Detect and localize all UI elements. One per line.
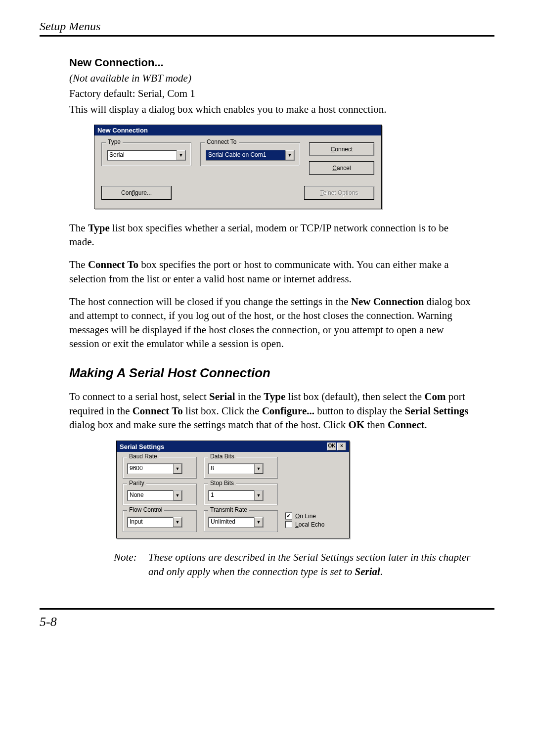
on-line-checkbox[interactable]: ✔ On Line bbox=[285, 512, 343, 520]
parity-value: None bbox=[128, 490, 173, 500]
flow-control-value: Input bbox=[128, 517, 173, 527]
chevron-down-icon[interactable]: ▼ bbox=[177, 150, 185, 160]
baud-rate-group: Baud Rate 9600 ▼ bbox=[123, 457, 197, 479]
baud-rate-combobox[interactable]: 9600 ▼ bbox=[127, 463, 182, 474]
paragraph-serial-howto: To connect to a serial host, select Seri… bbox=[69, 390, 475, 432]
chevron-down-icon[interactable]: ▼ bbox=[254, 490, 263, 500]
chevron-down-icon[interactable]: ▼ bbox=[285, 150, 294, 160]
flow-control-group: Flow Control Input ▼ bbox=[123, 510, 197, 532]
page-number: 5-8 bbox=[40, 615, 494, 629]
parity-label: Parity bbox=[127, 480, 146, 487]
data-bits-group: Data Bits 8 ▼ bbox=[204, 457, 278, 479]
transmit-rate-combobox[interactable]: Unlimited ▼ bbox=[208, 517, 264, 528]
transmit-rate-label: Transmit Rate bbox=[208, 506, 249, 513]
connect-to-value: Serial Cable on Com1 bbox=[206, 150, 285, 160]
dialog-titlebar: Serial Settings OK × bbox=[117, 441, 349, 452]
subsection-title: Making A Serial Host Connection bbox=[69, 365, 475, 381]
telnet-options-button: Telnet Options bbox=[304, 186, 374, 200]
type-group-label: Type bbox=[106, 138, 123, 145]
parity-combobox[interactable]: None ▼ bbox=[127, 490, 182, 501]
page-header: Setup Menus bbox=[40, 20, 494, 37]
checkbox-icon bbox=[285, 521, 292, 528]
parity-group: Parity None ▼ bbox=[123, 484, 197, 505]
note-block: Note: These options are described in the… bbox=[114, 550, 475, 578]
dialog-titlebar: New Connection bbox=[94, 125, 381, 135]
type-group: Type Serial ▼ bbox=[101, 142, 191, 166]
chevron-down-icon[interactable]: ▼ bbox=[254, 517, 263, 527]
new-connection-dialog: New Connection Type Serial ▼ Connect To bbox=[94, 125, 382, 209]
local-echo-checkbox[interactable]: Local Echo bbox=[285, 521, 343, 528]
type-value: Serial bbox=[107, 150, 177, 160]
chevron-down-icon[interactable]: ▼ bbox=[254, 464, 263, 474]
data-bits-label: Data Bits bbox=[208, 453, 236, 460]
stop-bits-group: Stop Bits 1 ▼ bbox=[204, 484, 278, 505]
paragraph-type: The Type list box specifies whether a se… bbox=[69, 221, 475, 249]
stop-bits-value: 1 bbox=[209, 490, 254, 500]
flow-control-label: Flow Control bbox=[127, 506, 164, 513]
footer-rule: 5-8 bbox=[40, 608, 494, 629]
availability-note: (Not available in WBT mode) bbox=[69, 72, 475, 85]
paragraph-connect-to: The Connect To box specifies the port or… bbox=[69, 258, 475, 286]
chevron-down-icon[interactable]: ▼ bbox=[173, 464, 182, 474]
baud-rate-label: Baud Rate bbox=[127, 453, 159, 460]
stop-bits-label: Stop Bits bbox=[208, 480, 236, 487]
dialog-title: New Connection bbox=[97, 127, 148, 134]
cancel-button[interactable]: Cancel bbox=[309, 161, 374, 175]
close-icon[interactable]: × bbox=[337, 443, 346, 450]
factory-default: Factory default: Serial, Com 1 bbox=[69, 87, 475, 100]
data-bits-combobox[interactable]: 8 ▼ bbox=[208, 463, 264, 474]
note-label: Note: bbox=[114, 550, 148, 578]
transmit-rate-value: Unlimited bbox=[209, 517, 254, 527]
serial-settings-dialog: Serial Settings OK × Baud Rate 9600 ▼ bbox=[116, 441, 350, 538]
connect-to-group-label: Connect To bbox=[205, 138, 239, 145]
intro-line: This will display a dialog box which ena… bbox=[69, 102, 475, 116]
chevron-down-icon[interactable]: ▼ bbox=[173, 517, 182, 527]
connect-button[interactable]: Connect bbox=[309, 142, 374, 156]
note-body: These options are described in the Seria… bbox=[148, 550, 475, 578]
chevron-down-icon[interactable]: ▼ bbox=[173, 490, 182, 500]
connect-to-combobox[interactable]: Serial Cable on Com1 ▼ bbox=[206, 150, 295, 161]
dialog-title: Serial Settings bbox=[120, 443, 164, 450]
configure-button[interactable]: Configure... bbox=[101, 186, 172, 200]
data-bits-value: 8 bbox=[209, 464, 254, 474]
flow-control-combobox[interactable]: Input ▼ bbox=[127, 517, 182, 528]
section-title: New Connection... bbox=[69, 56, 475, 69]
transmit-rate-group: Transmit Rate Unlimited ▼ bbox=[204, 510, 278, 532]
ok-titlebar-button[interactable]: OK bbox=[327, 443, 336, 450]
stop-bits-combobox[interactable]: 1 ▼ bbox=[208, 490, 264, 501]
paragraph-close-behavior: The host connection will be closed if yo… bbox=[69, 295, 475, 351]
connect-to-group: Connect To Serial Cable on Com1 ▼ bbox=[200, 142, 300, 166]
type-combobox[interactable]: Serial ▼ bbox=[107, 150, 186, 161]
check-icon: ✔ bbox=[285, 512, 292, 520]
baud-rate-value: 9600 bbox=[128, 464, 173, 474]
